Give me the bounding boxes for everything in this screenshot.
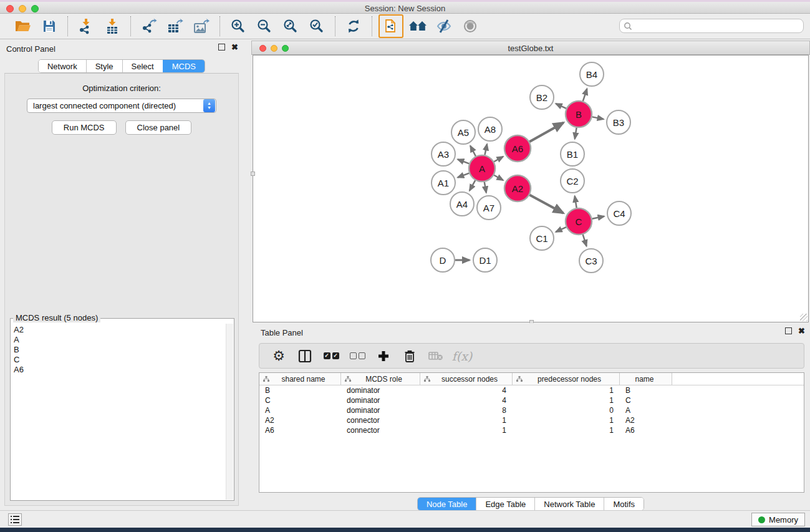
network-canvas[interactable]: B4B2BB3B1A5A8A6A3AA1A4A7A2C2CC4C1C3DD1 (253, 55, 809, 322)
graph-node-B[interactable]: B (566, 101, 592, 127)
resize-handle-left[interactable] (251, 172, 255, 176)
graph-node-A7[interactable]: A7 (477, 196, 501, 220)
table-row[interactable]: Adominator80A (259, 405, 804, 415)
graph-node-A6[interactable]: A6 (504, 135, 531, 162)
graph-node-C4[interactable]: C4 (607, 201, 631, 225)
graph-node-C[interactable]: C (566, 208, 592, 235)
save-session-icon[interactable] (37, 16, 61, 37)
column-panel-icon[interactable] (294, 346, 316, 366)
tab-node-table[interactable]: Node Table (418, 498, 476, 510)
close-table-panel-icon[interactable]: ✖ (798, 327, 805, 334)
graph-node-B3[interactable]: B3 (607, 110, 630, 134)
graph-edge-A-A3[interactable] (458, 160, 469, 164)
graph-edge-C-C1[interactable] (556, 227, 566, 232)
search-input[interactable] (632, 20, 803, 32)
delete-column-trash-icon[interactable] (399, 346, 420, 366)
graph-node-A2[interactable]: A2 (504, 175, 531, 201)
graph-node-B2[interactable]: B2 (530, 85, 554, 109)
column-header-name[interactable]: name (620, 373, 672, 385)
graph-edge-A-A5[interactable] (470, 146, 476, 157)
hide-graphics-icon[interactable] (432, 16, 456, 37)
tab-mcds[interactable]: MCDS (163, 60, 205, 72)
graph-edge-C-C3[interactable] (583, 235, 587, 246)
list-item[interactable]: B (14, 345, 223, 355)
tab-style[interactable]: Style (86, 60, 122, 72)
graph-node-A8[interactable]: A8 (478, 117, 502, 141)
zoom-out-icon[interactable] (253, 16, 276, 37)
run-mcds-button[interactable]: Run MCDS (52, 120, 117, 135)
graph-node-C3[interactable]: C3 (579, 249, 603, 273)
graph-edge-C-C4[interactable] (592, 216, 604, 219)
graph-node-C1[interactable]: C1 (530, 226, 554, 250)
criterion-dropdown[interactable]: largest connected component (directed) ▲… (27, 99, 216, 113)
column-header-successor-nodes[interactable]: successor nodes (420, 373, 513, 385)
tab-motifs[interactable]: Motifs (604, 498, 644, 510)
zoom-selected-icon[interactable] (305, 16, 329, 37)
column-header-mcds-role[interactable]: MCDS role (341, 373, 420, 385)
task-history-button[interactable] (8, 513, 22, 526)
graph-node-A5[interactable]: A5 (451, 120, 475, 144)
graph-node-C2[interactable]: C2 (561, 169, 584, 193)
mcds-result-list[interactable]: A2 A B C A6 (11, 324, 226, 500)
export-image-icon[interactable] (190, 16, 213, 37)
zoom-in-icon[interactable] (226, 16, 250, 37)
export-table-icon[interactable] (163, 16, 187, 37)
graph-edge-A6-B[interactable] (529, 123, 563, 142)
graph-node-B1[interactable]: B1 (561, 142, 584, 166)
graph-edge-B-B2[interactable] (556, 104, 566, 109)
import-table-icon[interactable] (100, 16, 124, 37)
memory-button[interactable]: Memory (751, 513, 805, 526)
column-header-predecessor-nodes[interactable]: predecessor nodes (513, 373, 620, 385)
graph-node-A3[interactable]: A3 (432, 142, 455, 166)
close-panel-icon[interactable]: ✖ (231, 44, 238, 51)
table-settings-gear-icon[interactable]: ⚙ (268, 346, 289, 366)
float-panel-icon[interactable] (218, 44, 225, 51)
graph-edge-B-B3[interactable] (592, 117, 604, 119)
open-session-icon[interactable] (11, 16, 35, 37)
graph-edge-A-A2[interactable] (494, 175, 503, 180)
table-row[interactable]: Cdominator41C (259, 395, 804, 405)
graph-edge-A-A7[interactable] (485, 182, 486, 193)
show-graphics-icon[interactable] (458, 16, 482, 37)
search-field[interactable] (619, 19, 804, 33)
graph-edge-B-B1[interactable] (575, 128, 577, 139)
table-row[interactable]: A2connector11A2 (259, 415, 804, 425)
resize-grip-corner[interactable] (800, 314, 808, 321)
graph-node-D[interactable]: D (431, 248, 455, 272)
graph-edge-A2-C[interactable] (529, 195, 563, 213)
add-column-icon[interactable] (373, 346, 394, 366)
graph-node-B4[interactable]: B4 (580, 62, 604, 86)
tab-edge-table[interactable]: Edge Table (476, 498, 534, 510)
float-table-panel-icon[interactable] (785, 327, 792, 334)
list-item[interactable]: A6 (14, 365, 223, 375)
table-row[interactable]: Bdominator41B (259, 385, 804, 395)
result-scrollbar[interactable] (226, 324, 233, 500)
close-panel-button[interactable]: Close panel (125, 120, 192, 135)
export-network-icon[interactable] (137, 16, 161, 37)
graph-node-A1[interactable]: A1 (432, 171, 455, 195)
network-document-icon[interactable] (378, 14, 403, 38)
graph-edge-A-A6[interactable] (494, 157, 503, 162)
graph-edge-A-A1[interactable] (458, 173, 469, 178)
import-network-icon[interactable] (74, 16, 98, 37)
graph-edge-A-A8[interactable] (485, 144, 487, 155)
graph-edge-C-C2[interactable] (575, 196, 577, 208)
list-item[interactable]: A2 (14, 325, 223, 335)
list-item[interactable]: A (14, 335, 223, 345)
list-item[interactable]: C (14, 355, 223, 365)
zoom-fit-icon[interactable] (279, 16, 302, 37)
deselect-all-icon[interactable] (347, 346, 368, 366)
tab-network[interactable]: Network (39, 60, 86, 72)
select-all-icon[interactable]: ✓✓ (321, 346, 342, 366)
column-header-shared-name[interactable]: shared name (259, 373, 341, 385)
tab-network-table[interactable]: Network Table (534, 498, 604, 510)
table-row[interactable]: A6connector11A6 (259, 425, 804, 435)
graph-edge-A-A4[interactable] (470, 180, 475, 190)
graph-node-A[interactable]: A (469, 155, 495, 181)
graph-node-A4[interactable]: A4 (450, 192, 474, 216)
graph-node-D1[interactable]: D1 (473, 248, 497, 272)
graph-edge-B-B4[interactable] (583, 89, 587, 101)
tab-select[interactable]: Select (122, 60, 163, 72)
refresh-icon[interactable] (342, 16, 365, 37)
home-icon[interactable] (406, 16, 430, 37)
